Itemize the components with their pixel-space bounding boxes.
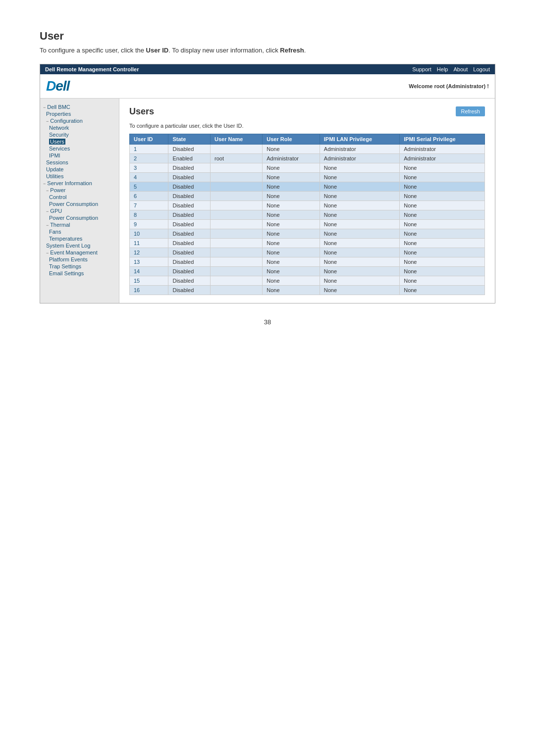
table-row: 4DisabledNoneNoneNone	[130, 173, 485, 182]
content-header: Users Refresh	[129, 106, 485, 117]
about-link[interactable]: About	[454, 66, 468, 72]
cell-userid[interactable]: 9	[130, 220, 168, 229]
cell-username	[210, 182, 262, 192]
help-link[interactable]: Help	[437, 66, 448, 72]
cell-userid[interactable]: 2	[130, 154, 168, 163]
tree-minus-icon4: −	[46, 188, 49, 193]
sidebar-item-network[interactable]: Network	[49, 124, 116, 131]
sidebar-item-system-event-log[interactable]: System Event Log	[46, 242, 116, 249]
sidebar-item-power-consumption[interactable]: Power Consumption	[49, 201, 116, 207]
cell-ipmi-serial: None	[400, 239, 485, 248]
sidebar-item-gpu[interactable]: − GPU	[46, 207, 116, 214]
cell-state: Disabled	[168, 210, 211, 220]
cell-userid[interactable]: 6	[130, 192, 168, 201]
cell-userid[interactable]: 10	[130, 229, 168, 239]
table-row: 11DisabledNoneNoneNone	[130, 239, 485, 248]
cell-userrole: None	[263, 192, 320, 201]
sidebar-item-properties[interactable]: Properties	[46, 110, 116, 117]
cell-ipmi-lan: None	[320, 248, 399, 257]
sidebar-item-sessions[interactable]: Sessions	[46, 159, 116, 166]
cell-state: Disabled	[168, 201, 211, 210]
table-row: 3DisabledNoneNoneNone	[130, 163, 485, 173]
cell-userrole: None	[263, 145, 320, 154]
cell-username	[210, 257, 262, 267]
support-link[interactable]: Support	[412, 66, 431, 72]
cell-userid[interactable]: 4	[130, 173, 168, 182]
cell-userid[interactable]: 11	[130, 239, 168, 248]
table-row: 14DisabledNoneNoneNone	[130, 267, 485, 276]
sidebar-item-configuration[interactable]: − Configuration	[46, 117, 116, 124]
table-row: 6DisabledNoneNoneNone	[130, 192, 485, 201]
sidebar-item-update[interactable]: Update	[46, 166, 116, 173]
cell-ipmi-lan: Administrator	[320, 145, 399, 154]
cell-userid[interactable]: 7	[130, 201, 168, 210]
sidebar-item-control[interactable]: Control	[49, 194, 116, 201]
cell-username	[210, 267, 262, 276]
content-description: To configure a particular user, click th…	[129, 123, 485, 129]
cell-userrole: None	[263, 229, 320, 239]
cell-ipmi-serial: None	[400, 248, 485, 257]
sidebar-item-trap-settings[interactable]: Trap Settings	[49, 263, 116, 270]
browser-frame: Dell Remote Management Controller Suppor…	[40, 64, 495, 303]
cell-ipmi-serial: Administrator	[400, 154, 485, 163]
cell-ipmi-serial: None	[400, 220, 485, 229]
sidebar-item-platform-events[interactable]: Platform Events	[49, 256, 116, 263]
cell-userid[interactable]: 14	[130, 267, 168, 276]
sidebar-item-utilities[interactable]: Utilities	[46, 173, 116, 180]
cell-state: Disabled	[168, 192, 211, 201]
top-bar: Dell Remote Management Controller Suppor…	[40, 64, 495, 74]
sidebar-item-gpu-power-consumption[interactable]: Power Consumption	[49, 214, 116, 221]
cell-state: Disabled	[168, 182, 211, 192]
cell-username: root	[210, 154, 262, 163]
logo-bar: Dell Welcome root (Administrator) !	[40, 74, 495, 99]
col-header-state: State	[168, 134, 211, 145]
sidebar-item-thermal[interactable]: − Thermal	[46, 221, 116, 228]
cell-userid[interactable]: 13	[130, 257, 168, 267]
table-row: 16DisabledNoneNoneNone	[130, 286, 485, 295]
cell-ipmi-lan: None	[320, 276, 399, 286]
cell-ipmi-serial: None	[400, 229, 485, 239]
cell-userid[interactable]: 8	[130, 210, 168, 220]
sidebar-item-services[interactable]: Services	[49, 145, 116, 152]
sidebar-item-temperatures[interactable]: Temperatures	[49, 235, 116, 242]
sidebar-item-serverinfo[interactable]: − Server Information	[43, 180, 116, 187]
sidebar-item-fans[interactable]: Fans	[49, 228, 116, 235]
cell-userrole: None	[263, 163, 320, 173]
cell-state: Disabled	[168, 286, 211, 295]
cell-userid[interactable]: 12	[130, 248, 168, 257]
logout-link[interactable]: Logout	[473, 66, 490, 72]
cell-userrole: None	[263, 220, 320, 229]
sidebar-item-ipmi[interactable]: IPMI	[49, 152, 116, 159]
cell-state: Disabled	[168, 145, 211, 154]
sidebar-item-users[interactable]: Users	[49, 138, 116, 145]
cell-userid[interactable]: 3	[130, 163, 168, 173]
cell-ipmi-serial: None	[400, 163, 485, 173]
cell-username	[210, 229, 262, 239]
refresh-button[interactable]: Refresh	[456, 106, 485, 116]
sidebar-item-power[interactable]: − Power	[46, 187, 116, 194]
cell-ipmi-serial: None	[400, 286, 485, 295]
col-header-userid: User ID	[130, 134, 168, 145]
table-row: 5DisabledNoneNoneNone	[130, 182, 485, 192]
sidebar: − Dell BMC Properties − Configuration Ne…	[40, 99, 119, 303]
cell-username	[210, 163, 262, 173]
sidebar-item-email-settings[interactable]: Email Settings	[49, 270, 116, 277]
cell-ipmi-lan: None	[320, 182, 399, 192]
col-header-userrole: User Role	[263, 134, 320, 145]
sidebar-item-event-management[interactable]: − Event Management	[46, 249, 116, 256]
cell-username	[210, 276, 262, 286]
sidebar-item-dellbmc[interactable]: − Dell BMC	[43, 103, 116, 110]
cell-state: Disabled	[168, 267, 211, 276]
sidebar-item-security[interactable]: Security	[49, 131, 116, 138]
cell-userid[interactable]: 16	[130, 286, 168, 295]
cell-userrole: None	[263, 239, 320, 248]
cell-state: Disabled	[168, 257, 211, 267]
cell-userid[interactable]: 15	[130, 276, 168, 286]
table-row: 7DisabledNoneNoneNone	[130, 201, 485, 210]
cell-userid[interactable]: 5	[130, 182, 168, 192]
cell-ipmi-lan: None	[320, 220, 399, 229]
cell-userid[interactable]: 1	[130, 145, 168, 154]
cell-userrole: None	[263, 276, 320, 286]
cell-username	[210, 239, 262, 248]
cell-ipmi-lan: None	[320, 163, 399, 173]
